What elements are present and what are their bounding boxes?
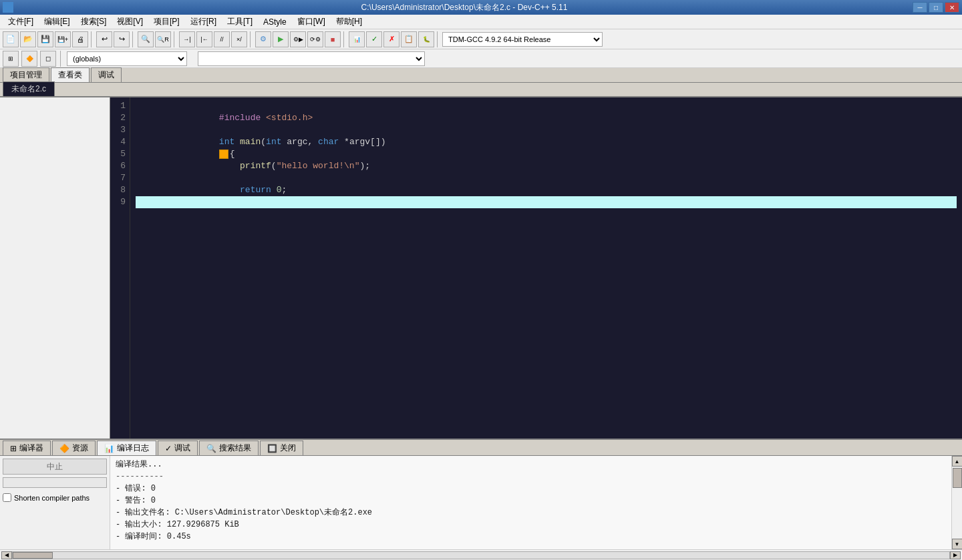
code-line-2 [136,112,957,124]
close-button[interactable]: ✕ [945,2,959,13]
debug-button[interactable]: 🐛 [418,31,434,47]
shorten-paths-container: Shorten compiler paths [3,493,107,502]
log-line-sep: ---------- [116,471,946,483]
tab-close-label: 关闭 [280,443,296,454]
compiler-dropdown[interactable]: TDM-GCC 4.9.2 64-bit Release [442,32,603,47]
sep2 [132,31,135,47]
toolbar-main: 📄 📂 💾 💾+ 🖨 ↩ ↪ 🔍 🔍R →| |← // ×/ ⚙ ▶ ⚙▶ ⟳… [0,29,962,49]
tb2-btn3[interactable]: ◻ [40,51,56,67]
log-horizontal-scrollbar[interactable]: ◀ ▶ [0,549,962,560]
code-line-6 [136,160,957,172]
replace-button[interactable]: 🔍R [155,31,171,47]
compile-button[interactable]: ⚙ [255,31,271,47]
editor-tab-file[interactable]: 未命名2.c [3,81,55,96]
tab-close[interactable]: 🔲 关闭 [260,441,303,455]
tab-class[interactable]: 查看类 [51,67,90,82]
code-line-7: return 0; [136,172,957,184]
compile-log: 编译结果... ---------- - 错误: 0 - 警告: 0 - 输出文… [110,456,951,549]
check-icon: ✓ [165,444,172,453]
rebuild-button[interactable]: ⟳⚙ [307,31,323,47]
resource-icon: 🔶 [59,444,69,453]
tab-resource[interactable]: 🔶 资源 [52,441,96,455]
tab-compile-log[interactable]: 📊 编译日志 [97,441,156,455]
log-line-time: - 编译时间: 0.45s [116,531,946,543]
print-button[interactable]: 🖨 [72,31,88,47]
bottom-content: 中止 Shorten compiler paths 编译结果... ------… [0,456,962,549]
tab-resource-label: 资源 [72,443,88,454]
scroll-up-button[interactable]: ▲ [952,456,963,467]
code-line-1: #include <stdio.h> [136,100,957,112]
menu-astyle[interactable]: AStyle [258,16,292,28]
shorten-paths-checkbox[interactable] [3,493,11,502]
menu-search[interactable]: 搜索[S] [75,15,112,29]
content-area: 1 2 3 4 5 6 7 8 9 #include <stdio.h> [0,97,962,439]
redo-button[interactable]: ↪ [114,31,130,47]
comment-button[interactable]: // [214,31,230,47]
menu-window[interactable]: 窗口[W] [292,15,331,29]
tb2-btn2[interactable]: 🔶 [21,51,37,67]
indent-button[interactable]: →| [179,31,195,47]
hscroll-right-button[interactable]: ▶ [950,551,961,559]
tab-debug-bottom[interactable]: ✓ 调试 [158,441,198,455]
title-bar: C:\Users\Administrator\Desktop\未命名2.c - … [0,0,962,15]
bottom-panel: ⊞ 编译器 🔶 资源 📊 编译日志 ✓ 调试 🔍 搜索结果 🔲 关闭 [0,439,962,560]
sep4 [250,31,253,47]
tab-search-label: 搜索结果 [219,443,251,454]
line-numbers: 1 2 3 4 5 6 7 8 9 [110,97,130,439]
compiler-icon: ⊞ [10,444,17,453]
tab-search-results[interactable]: 🔍 搜索结果 [199,441,259,455]
menu-tools[interactable]: 工具[T] [222,15,258,29]
scroll-down-button[interactable]: ▼ [952,539,963,549]
find-button[interactable]: 🔍 [138,31,154,47]
code-line-3: int main(int argc, char *argv[]) [136,124,957,136]
hscroll-thumb[interactable] [13,552,53,559]
menu-view[interactable]: 视图[V] [112,15,148,29]
scroll-thumb[interactable] [953,468,962,488]
bottom-scrollbar[interactable]: ▲ ▼ [951,456,962,549]
toolbar-secondary: ⊞ 🔶 ◻ (globals) [0,49,962,68]
syntax-error-button[interactable]: ✗ [383,31,399,47]
left-panel [0,97,110,439]
run-button[interactable]: ▶ [273,31,289,47]
log-line-warnings: - 警告: 0 [116,495,946,507]
stop-compilation-button[interactable]: 中止 [3,459,107,475]
maximize-button[interactable]: □ [929,2,943,13]
bookmark-button[interactable]: 📋 [401,31,417,47]
open-button[interactable]: 📂 [20,31,36,47]
tab-project[interactable]: 项目管理 [3,67,49,82]
log-line-output: - 输出文件名: C:\Users\Administrator\Desktop\… [116,507,946,519]
tab-debug[interactable]: 调试 [91,67,122,82]
menu-help[interactable]: 帮助[H] [331,15,367,29]
undo-button[interactable]: ↩ [96,31,112,47]
functions-dropdown[interactable] [198,51,425,66]
tb2-btn1[interactable]: ⊞ [3,51,19,67]
globals-dropdown[interactable]: (globals) [67,51,187,66]
code-editor[interactable]: 1 2 3 4 5 6 7 8 9 #include <stdio.h> [110,97,962,439]
hscroll-left-button[interactable]: ◀ [1,551,12,559]
save-button[interactable]: 💾 [37,31,53,47]
new-button[interactable]: 📄 [3,31,19,47]
compile-run-button[interactable]: ⚙▶ [290,31,306,47]
sep1 [91,31,94,47]
stop-button[interactable]: ■ [325,31,341,47]
shorten-paths-label: Shorten compiler paths [14,494,90,502]
profile-button[interactable]: 📊 [349,31,365,47]
editor-area[interactable]: 1 2 3 4 5 6 7 8 9 #include <stdio.h> [110,97,962,439]
menu-edit[interactable]: 编辑[E] [39,15,75,29]
unindent-button[interactable]: |← [196,31,212,47]
bottom-tabs: ⊞ 编译器 🔶 资源 📊 编译日志 ✓ 调试 🔍 搜索结果 🔲 关闭 [0,440,962,456]
sep3 [174,31,176,47]
code-line-9 [136,196,957,208]
code-content[interactable]: #include <stdio.h> int main(int argc, ch… [130,97,962,439]
menu-file[interactable]: 文件[F] [3,15,39,29]
hscroll-track [12,551,950,559]
tab-compile-log-label: 编译日志 [117,443,149,454]
sep5 [343,31,346,47]
menu-project[interactable]: 项目[P] [148,15,185,29]
syntax-check-button[interactable]: ✓ [366,31,382,47]
menu-run[interactable]: 运行[R] [185,15,222,29]
save-all-button[interactable]: 💾+ [55,31,71,47]
tab-compiler[interactable]: ⊞ 编译器 [3,441,51,455]
uncomment-button[interactable]: ×/ [231,31,247,47]
minimize-button[interactable]: ─ [913,2,927,13]
